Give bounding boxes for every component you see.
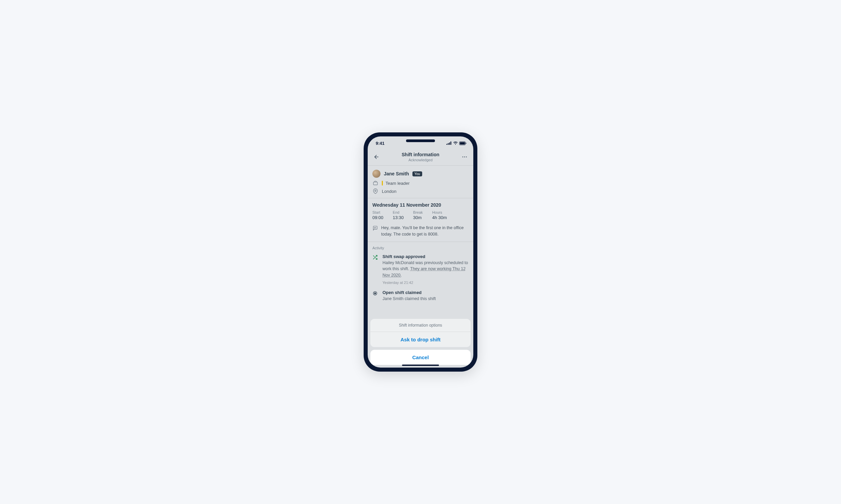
page-title: Shift information [402, 152, 439, 157]
briefcase-icon [372, 180, 378, 186]
more-button[interactable] [461, 153, 469, 161]
activity-label: Activity [368, 242, 473, 252]
status-icons [446, 142, 467, 145]
user-section: Jane Smith You Team leader [368, 166, 473, 198]
page-subtitle: Acknowledged [402, 158, 439, 162]
arrow-left-icon [373, 154, 379, 160]
time-label: End [393, 210, 404, 214]
ask-to-drop-shift-button[interactable]: Ask to drop shift [371, 332, 470, 347]
shuffle-icon [372, 255, 378, 285]
svg-line-17 [373, 255, 374, 256]
svg-point-8 [462, 157, 463, 158]
battery-icon [459, 142, 467, 145]
home-indicator[interactable] [402, 364, 439, 366]
more-horizontal-icon [462, 154, 468, 160]
time-value: 09:00 [372, 215, 383, 220]
message-icon [372, 226, 378, 237]
notch [402, 137, 439, 145]
svg-rect-1 [448, 143, 449, 145]
activity-description: Hailey McDonald was previously scheduled… [382, 260, 469, 278]
activity-description: Jane Smith claimed this shift [382, 296, 436, 302]
time-value: 4h 30m [432, 215, 447, 220]
svg-rect-0 [446, 144, 447, 145]
status-time: 9:41 [376, 141, 384, 146]
wifi-icon [453, 142, 458, 145]
user-name: Jane Smith [384, 171, 409, 176]
activity-title: Shift swap approved [382, 254, 469, 259]
activity-item: Shift swap approved Hailey McDonald was … [368, 252, 473, 288]
shift-note: Hey, mate. You'll be the first one in th… [381, 225, 469, 237]
user-role: Team leader [385, 181, 410, 186]
phone-frame: 9:41 Shift information Acknowledged [364, 132, 477, 372]
svg-point-9 [464, 157, 465, 158]
target-icon [372, 291, 378, 302]
cancel-button[interactable]: Cancel [371, 350, 470, 365]
shift-section: Wednesday 11 November 2020 Start 09:00 E… [368, 198, 473, 242]
signal-icon [446, 142, 452, 145]
svg-rect-6 [466, 142, 467, 144]
activity-timestamp: Yesterday at 21:42 [382, 281, 469, 285]
shift-date: Wednesday 11 November 2020 [372, 202, 469, 208]
svg-point-10 [466, 157, 467, 158]
sheet-title: Shift information options [371, 319, 470, 332]
time-label: Start [372, 210, 383, 214]
location-pin-icon [372, 188, 378, 194]
time-value: 13:30 [393, 215, 404, 220]
svg-rect-11 [373, 182, 377, 185]
svg-rect-5 [460, 142, 465, 144]
action-sheet: Shift information options Ask to drop sh… [368, 319, 473, 367]
svg-rect-3 [450, 142, 451, 145]
time-label: Hours [432, 210, 447, 214]
svg-rect-2 [449, 142, 450, 145]
activity-title: Open shift claimed [382, 290, 436, 295]
back-button[interactable] [372, 153, 380, 161]
activity-item: Open shift claimed Jane Smith claimed th… [368, 288, 473, 305]
time-value: 30m [413, 215, 423, 220]
user-location: London [382, 189, 396, 194]
time-label: Break [413, 210, 423, 214]
you-badge: You [412, 172, 422, 176]
phone-screen: 9:41 Shift information Acknowledged [368, 137, 473, 367]
shift-times: Start 09:00 End 13:30 Break 30m Hours [372, 210, 469, 220]
svg-point-19 [374, 293, 376, 294]
nav-header: Shift information Acknowledged [368, 150, 473, 166]
svg-point-12 [375, 190, 376, 192]
avatar [372, 170, 380, 178]
role-color-bar [382, 181, 383, 185]
